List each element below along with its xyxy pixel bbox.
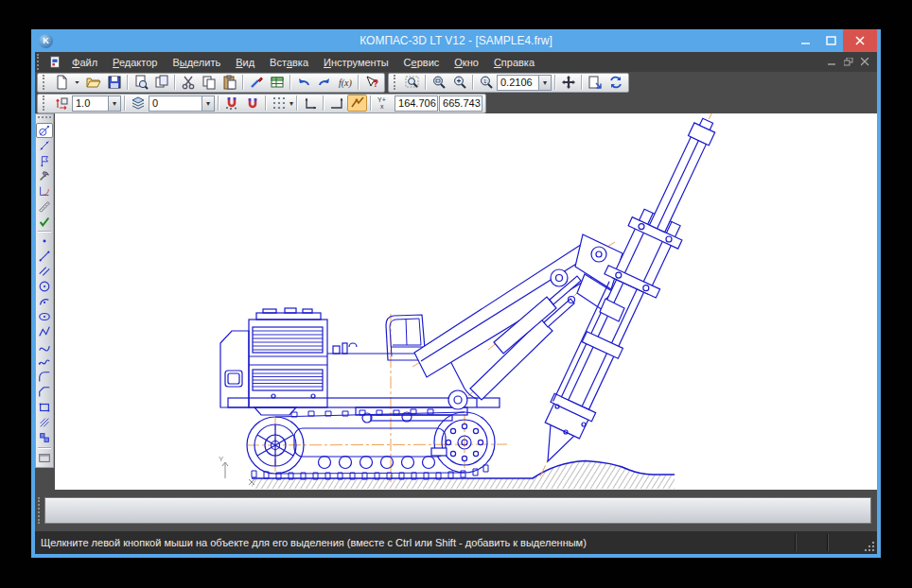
resize-grip[interactable] bbox=[864, 541, 875, 552]
redo-button[interactable] bbox=[314, 74, 334, 91]
mdi-minimize-button[interactable] bbox=[828, 58, 836, 66]
property-panel-grip[interactable] bbox=[38, 497, 42, 524]
drawing-canvas[interactable]: Y bbox=[55, 113, 877, 490]
arc-icon bbox=[38, 295, 51, 308]
mdi-close-button[interactable] bbox=[861, 58, 869, 66]
menu-2[interactable]: Редактор bbox=[105, 55, 165, 70]
close-button[interactable] bbox=[843, 29, 877, 52]
mdi-restore-button[interactable] bbox=[844, 58, 853, 66]
chevron-down-icon[interactable]: ▾ bbox=[538, 76, 551, 90]
input-form-icon bbox=[38, 451, 51, 464]
save-document-button[interactable] bbox=[104, 74, 124, 91]
toolbar-separator bbox=[370, 95, 371, 111]
axes-button[interactable] bbox=[326, 95, 346, 112]
zoom-scale-combo[interactable]: 0.2106▾ bbox=[497, 75, 552, 91]
copy-properties-button[interactable] bbox=[246, 74, 266, 91]
zoom-window-button[interactable] bbox=[429, 74, 448, 91]
ortho-button[interactable] bbox=[347, 95, 367, 112]
grid-button[interactable] bbox=[269, 95, 289, 112]
toolbar-grip[interactable] bbox=[43, 95, 47, 110]
print-preview-button[interactable] bbox=[131, 74, 150, 91]
menu-3[interactable]: Выделить bbox=[165, 55, 228, 70]
snap-local-button[interactable] bbox=[242, 95, 262, 112]
scale-combo[interactable]: 1.0▾ bbox=[72, 95, 121, 112]
svg-text:1:: 1: bbox=[483, 78, 488, 84]
open-document-button[interactable] bbox=[83, 74, 103, 91]
menu-9[interactable]: Справка bbox=[486, 55, 542, 70]
tool-chamfer-button[interactable] bbox=[36, 385, 53, 400]
coords-button[interactable]: Y+x bbox=[374, 95, 394, 112]
title-bar[interactable]: K КОМПАС-3D LT V12 - [SAMPLE4.frw] bbox=[35, 29, 877, 52]
tool-arc-button[interactable] bbox=[36, 294, 53, 309]
zoom-frame-button[interactable] bbox=[402, 74, 422, 91]
tool-editing-button[interactable] bbox=[36, 168, 53, 183]
layers-button[interactable] bbox=[128, 95, 148, 112]
tool-input-form-button[interactable] bbox=[36, 450, 53, 465]
toolbar-row-standard: f(x)? 1:0.2106▾ bbox=[35, 72, 877, 93]
tool-measure-button[interactable] bbox=[36, 199, 53, 214]
property-bar[interactable] bbox=[44, 497, 871, 524]
tool-parametrization-button[interactable] bbox=[36, 183, 53, 199]
tool-fillet-button[interactable] bbox=[36, 370, 53, 385]
coordinate-y-field[interactable]: 665.743 bbox=[439, 95, 482, 112]
copy-icon bbox=[202, 75, 217, 90]
cut-button[interactable] bbox=[178, 74, 198, 91]
tool-curve-button[interactable] bbox=[36, 339, 53, 355]
maximize-button[interactable] bbox=[818, 29, 843, 52]
document-scale-button[interactable] bbox=[51, 95, 71, 112]
show-all-button[interactable] bbox=[585, 74, 605, 91]
paste-button[interactable] bbox=[219, 74, 239, 91]
zoom-in-button[interactable] bbox=[449, 74, 469, 91]
tool-continuous-input-button[interactable] bbox=[36, 324, 53, 339]
menu-7[interactable]: Сервис bbox=[396, 55, 447, 70]
menu-8[interactable]: Окно bbox=[447, 55, 486, 70]
new-document-button[interactable] bbox=[51, 74, 71, 91]
rebuild-view-button[interactable] bbox=[605, 74, 625, 91]
tool-hatch-button[interactable] bbox=[36, 415, 53, 430]
snap-global-button[interactable] bbox=[221, 95, 241, 112]
menu-6[interactable]: Инструменты bbox=[316, 55, 396, 70]
toolbar-separator bbox=[174, 75, 175, 90]
tool-ellipse-button[interactable] bbox=[36, 309, 53, 324]
toolbar-grip[interactable] bbox=[394, 75, 398, 89]
menu-5[interactable]: Вставка bbox=[262, 55, 316, 70]
copy-button[interactable] bbox=[199, 74, 219, 91]
compact-panel-grip[interactable] bbox=[38, 116, 51, 121]
chevron-down-icon[interactable]: ▾ bbox=[108, 96, 120, 111]
axes-icon bbox=[329, 95, 344, 111]
local-cs-button[interactable] bbox=[300, 95, 320, 112]
help-object-button[interactable]: ? bbox=[361, 74, 381, 91]
show-all-icon bbox=[588, 75, 603, 90]
tool-parallel-line-button[interactable] bbox=[36, 264, 53, 279]
undo-button[interactable] bbox=[293, 74, 313, 91]
coordinate-x-field[interactable]: 164.706 bbox=[395, 95, 438, 112]
document-manager-button[interactable] bbox=[151, 74, 171, 91]
toolbar-row-current: 1.0▾0▾▾Y+x164.706665.743 bbox=[35, 93, 877, 113]
tool-collect-contour-button[interactable] bbox=[36, 430, 53, 445]
minimize-button[interactable] bbox=[794, 29, 818, 52]
tool-point-button[interactable] bbox=[36, 233, 53, 249]
tool-geometry-button[interactable] bbox=[36, 123, 53, 138]
grid-dropdown[interactable]: ▾ bbox=[289, 99, 293, 108]
menu-1[interactable]: Файл bbox=[64, 55, 105, 70]
chevron-down-icon[interactable]: ▾ bbox=[202, 96, 214, 111]
layer-combo[interactable]: 0▾ bbox=[149, 95, 215, 112]
zoom-by-scale-button[interactable]: 1: bbox=[476, 74, 496, 91]
variables-button[interactable]: f(x) bbox=[335, 74, 355, 91]
menubar-grip[interactable] bbox=[37, 54, 42, 70]
tool-selection-check-button[interactable] bbox=[36, 214, 53, 229]
toolbar-grip[interactable] bbox=[43, 75, 47, 89]
tool-designations-button[interactable] bbox=[36, 153, 53, 168]
tool-dimensions-button[interactable] bbox=[36, 138, 53, 153]
new-document-dropdown-button[interactable] bbox=[72, 74, 82, 91]
tool-rectangle-button[interactable] bbox=[36, 400, 53, 415]
tool-circle-button[interactable] bbox=[36, 279, 53, 294]
tool-segment-button[interactable] bbox=[36, 249, 53, 264]
minimize-icon bbox=[801, 36, 811, 45]
redo-icon bbox=[317, 75, 332, 90]
pan-button[interactable] bbox=[558, 74, 578, 91]
origin-marker: Y bbox=[219, 455, 254, 485]
object-table-button[interactable] bbox=[267, 74, 287, 91]
menu-4[interactable]: Вид bbox=[228, 55, 262, 70]
tool-spline-button[interactable] bbox=[36, 355, 53, 370]
